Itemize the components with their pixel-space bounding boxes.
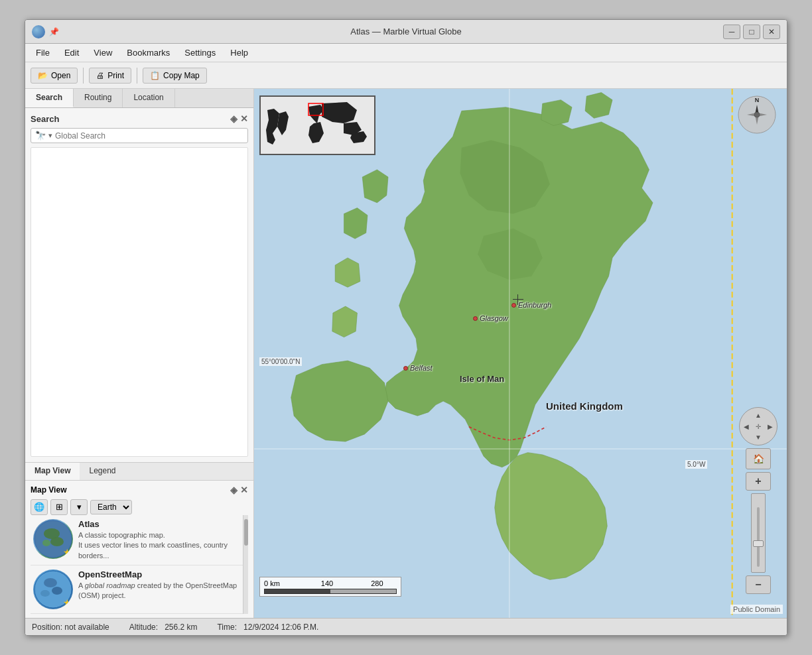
window-title: Atlas — Marble Virtual Globe [350, 27, 461, 36]
compass-svg: N [736, 94, 778, 135]
atlas-thumbnail: ★ [33, 519, 73, 559]
open-icon: 📂 [38, 71, 48, 80]
pin-icon: 📌 [49, 27, 59, 36]
globe-view-btn[interactable]: 🌐 [31, 499, 48, 515]
close-button[interactable]: ✕ [763, 25, 780, 39]
menu-settings[interactable]: Settings [178, 46, 222, 60]
coord-lon-label: 5.0°W [685, 460, 707, 469]
time-value: 12/9/2024 12:06 P.M. [243, 623, 318, 632]
copy-map-label: Copy Map [163, 71, 200, 80]
maximize-button[interactable]: □ [743, 25, 760, 39]
osm-desc-prefix: A [78, 581, 85, 589]
menu-help[interactable]: Help [224, 46, 255, 60]
print-icon: 🖨 [96, 71, 104, 80]
time-label: Time: [217, 623, 237, 632]
tab-map-view[interactable]: Map View [25, 463, 80, 480]
scrollbar-thumb [244, 519, 248, 546]
search-header: Search ◈ ✕ [31, 113, 248, 124]
home-button[interactable]: 🏠 [746, 448, 771, 469]
atlas-desc-extra: It uses vector lines to mark coastlines,… [78, 540, 240, 561]
svg-point-2 [50, 537, 64, 546]
menu-edit[interactable]: Edit [58, 46, 86, 60]
print-label: Print [107, 71, 124, 80]
menu-view[interactable]: View [87, 46, 119, 60]
zoom-in-button[interactable]: + [746, 472, 771, 491]
map-list-scrollbar[interactable] [243, 515, 248, 614]
osm-info: OpenStreetMap A global roadmap created b… [78, 569, 240, 601]
atlas-info: Atlas A classic topographic map. It uses… [78, 519, 240, 561]
app-icon [32, 25, 45, 38]
map-list: ★ Atlas A classic topographic map. It us… [31, 515, 243, 614]
titlebar: 📌 Atlas — Marble Virtual Globe ─ □ ✕ [25, 20, 787, 44]
pan-down-arrow: ▼ [755, 434, 762, 441]
search-input-row: 🔭 ▾ [31, 128, 248, 143]
search-input[interactable] [55, 131, 243, 141]
open-button[interactable]: 📂 Open [31, 68, 78, 84]
search-panel: Search ◈ ✕ 🔭 ▾ [25, 108, 253, 462]
position-status: Position: not available [32, 623, 109, 632]
search-close-icon[interactable]: ✕ [240, 113, 248, 124]
map-view-options-icon[interactable]: ◈ [230, 485, 237, 495]
map-view-close-icon[interactable]: ✕ [240, 485, 248, 495]
view-toggle-btn[interactable]: ▾ [70, 499, 88, 515]
scale-right: 280 [371, 579, 383, 587]
left-panel: Search Routing Location Search ◈ ✕ 🔭 ▾ [25, 89, 254, 618]
menubar: File Edit View Bookmarks Settings Help [25, 44, 787, 62]
grid-view-btn[interactable]: ⊞ [50, 499, 68, 515]
osm-star: ★ [63, 597, 72, 608]
compass: N [736, 94, 778, 135]
scale-labels: 0 km 140 280 [264, 579, 397, 587]
bottom-tab-bar: Map View Legend [25, 463, 253, 481]
zoom-thumb[interactable] [753, 540, 764, 547]
search-dropdown-arrow[interactable]: ▾ [48, 131, 52, 140]
tab-search[interactable]: Search [25, 89, 74, 107]
tab-legend[interactable]: Legend [80, 463, 125, 480]
altitude-label: Altitude: [129, 623, 158, 632]
zoom-out-button[interactable]: − [746, 575, 771, 594]
osm-thumbnail: ★ [33, 569, 73, 609]
list-item-osm[interactable]: ★ OpenStreetMap A global roadmap created… [31, 566, 243, 614]
osm-desc: A global roadmap created by the OpenStre… [78, 581, 240, 601]
menu-file[interactable]: File [29, 46, 56, 60]
scale-mid: 140 [321, 579, 333, 587]
search-header-icons: ◈ ✕ [230, 113, 248, 124]
mini-map [259, 95, 375, 155]
statusbar: Position: not available Altitude: 256.2 … [25, 618, 787, 635]
osm-name: OpenStreetMap [78, 569, 240, 579]
zoom-slider[interactable] [751, 493, 766, 573]
map-view-icons: ◈ ✕ [230, 485, 248, 495]
svg-point-6 [44, 578, 57, 587]
svg-point-8 [40, 590, 50, 597]
mini-map-svg [261, 97, 375, 155]
scale-left: 0 km [264, 579, 280, 587]
pan-control[interactable]: ▲ ▼ ◀ ▶ ✛ [739, 407, 778, 446]
map-view-header: Map View ◈ ✕ [31, 485, 248, 495]
coord-lat-label: 55°00'00.0"N [259, 357, 302, 366]
zoom-track [757, 507, 760, 567]
map-area[interactable]: N Glasgow Edinburgh [254, 89, 787, 618]
svg-point-7 [52, 587, 62, 595]
earth-select[interactable]: Earth [90, 500, 132, 514]
map-svg [254, 89, 787, 618]
search-results-area [31, 147, 248, 457]
atlas-desc-text: A classic topographic map. [78, 531, 165, 539]
menu-bookmarks[interactable]: Bookmarks [120, 46, 176, 60]
minimize-button[interactable]: ─ [723, 25, 740, 39]
search-binoculars-icon: 🔭 [35, 131, 46, 141]
tab-routing[interactable]: Routing [74, 89, 123, 107]
main-content: Search Routing Location Search ◈ ✕ 🔭 ▾ [25, 89, 787, 618]
copy-map-button[interactable]: 📋 Copy Map [143, 68, 207, 84]
svg-point-22 [754, 112, 760, 117]
time-status: Time: 12/9/2024 12:06 P.M. [217, 623, 318, 632]
altitude-status: Altitude: 256.2 km [129, 623, 198, 632]
altitude-value: 256.2 km [165, 623, 197, 632]
atlas-star: ★ [63, 547, 72, 558]
list-item-atlas[interactable]: ★ Atlas A classic topographic map. It us… [31, 515, 243, 566]
map-view-controls: 🌐 ⊞ ▾ Earth [31, 499, 248, 515]
titlebar-controls: ─ □ ✕ [723, 25, 780, 39]
search-options-icon[interactable]: ◈ [230, 113, 237, 124]
toolbar: 📂 Open 🖨 Print 📋 Copy Map [25, 62, 787, 89]
tab-location[interactable]: Location [123, 89, 174, 107]
print-button[interactable]: 🖨 Print [89, 68, 131, 84]
toolbar-separator [83, 68, 84, 84]
